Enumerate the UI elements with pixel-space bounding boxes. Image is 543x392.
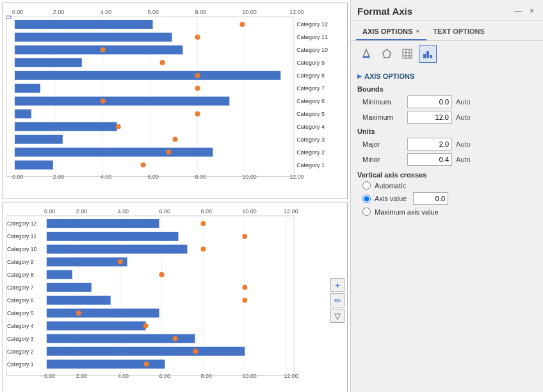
svg-text:Category 8: Category 8: [7, 272, 34, 278]
svg-point-90: [200, 247, 206, 252]
radio-axis-value[interactable]: [362, 195, 371, 203]
maximum-label: Maximum: [362, 113, 407, 121]
svg-text:Category 8: Category 8: [296, 72, 325, 79]
svg-text:0.00: 0.00: [44, 208, 55, 215]
svg-text:Category 2: Category 2: [296, 149, 325, 156]
svg-text:Category 12: Category 12: [7, 220, 36, 227]
pentagon-icon-btn[interactable]: [378, 45, 396, 63]
major-row: Major Auto: [357, 138, 537, 151]
bounds-label: Bounds: [357, 85, 537, 93]
svg-rect-14: [15, 20, 153, 29]
chart2-filter-btn[interactable]: ▽: [330, 309, 344, 323]
svg-point-36: [195, 111, 200, 117]
svg-text:2.00: 2.00: [53, 9, 64, 15]
svg-point-33: [101, 99, 106, 104]
svg-text:Category 10: Category 10: [7, 246, 36, 252]
svg-marker-117: [363, 49, 369, 57]
svg-point-108: [144, 362, 149, 367]
radio-automatic[interactable]: [362, 181, 371, 190]
svg-point-94: [159, 272, 165, 277]
major-auto: Auto: [456, 140, 471, 148]
svg-text:6.00: 6.00: [159, 208, 170, 215]
svg-rect-20: [15, 45, 183, 54]
minimum-input[interactable]: [407, 95, 452, 108]
tab-axis-options[interactable]: AXIS OPTIONS ▼: [356, 25, 426, 40]
radio-max-axis-value[interactable]: [362, 208, 371, 216]
svg-rect-23: [15, 58, 82, 67]
svg-text:0.00: 0.00: [44, 373, 55, 380]
panel-controls: — ×: [512, 5, 537, 17]
radio-max-axis-label: Maximum axis value: [375, 208, 439, 216]
svg-text:10.00: 10.00: [242, 174, 256, 180]
svg-text:4.00: 4.00: [118, 208, 129, 215]
svg-text:Category 7: Category 7: [7, 284, 34, 291]
svg-point-39: [116, 124, 121, 129]
chart2-edit-btn[interactable]: ✏: [330, 293, 344, 307]
bar-chart-icon-btn[interactable]: [419, 45, 437, 63]
svg-point-86: [200, 221, 206, 226]
chart2-container[interactable]: 0.00 2.00 4.00 6.00 8.00 10.00 12.00 Cat…: [3, 202, 348, 392]
svg-text:2.00: 2.00: [53, 174, 64, 180]
svg-text:Category 11: Category 11: [7, 233, 36, 240]
svg-text:6.00: 6.00: [148, 174, 159, 180]
radio-axis-value-row: Axis value: [357, 192, 537, 205]
svg-text:4.00: 4.00: [118, 373, 129, 380]
svg-rect-126: [426, 51, 429, 58]
panel-minimize-btn[interactable]: —: [512, 5, 524, 17]
section-collapse-icon: ▶: [357, 73, 362, 79]
svg-rect-125: [423, 54, 426, 58]
svg-rect-17: [15, 33, 172, 42]
svg-rect-32: [15, 97, 229, 106]
minor-input[interactable]: [407, 153, 452, 166]
svg-rect-95: [47, 283, 92, 292]
svg-point-45: [166, 150, 172, 155]
svg-text:Category 1: Category 1: [296, 162, 325, 168]
fill-icon-btn[interactable]: [357, 45, 375, 63]
svg-text:Category 6: Category 6: [7, 297, 34, 304]
chart2-add-btn[interactable]: +: [330, 278, 344, 292]
svg-text:12.00: 12.00: [289, 174, 304, 180]
svg-text:4.00: 4.00: [101, 9, 111, 15]
svg-point-100: [76, 311, 81, 316]
chart1-container[interactable]: 0.00 2.00 4.00 6.00 8.00 10.00 12.00 Cat…: [3, 3, 348, 199]
vertical-axis-crosses-label: Vertical axis crosses: [357, 171, 537, 179]
svg-text:0.00: 0.00: [12, 174, 23, 180]
minimum-auto: Auto: [456, 98, 471, 106]
maximum-input[interactable]: [407, 111, 452, 124]
format-axis-panel: Format Axis — × AXIS OPTIONS ▼ TEXT OPTI…: [351, 0, 543, 392]
svg-point-88: [242, 234, 247, 239]
svg-text:Category 3: Category 3: [296, 136, 325, 143]
svg-marker-119: [383, 49, 391, 58]
svg-text:12.00: 12.00: [284, 373, 298, 380]
panel-close-btn[interactable]: ×: [527, 5, 537, 17]
svg-text:8.00: 8.00: [200, 208, 211, 215]
minimum-row: Minimum Auto: [357, 95, 537, 108]
svg-text:8.00: 8.00: [200, 373, 211, 380]
svg-text:4.00: 4.00: [101, 174, 111, 180]
major-input[interactable]: [407, 138, 452, 151]
svg-point-42: [173, 137, 178, 142]
axis-value-input[interactable]: [413, 192, 448, 205]
major-label: Major: [362, 140, 407, 148]
radio-axis-value-label: Axis value: [375, 195, 407, 202]
table-icon-btn[interactable]: [398, 45, 416, 63]
maximum-auto: Auto: [456, 113, 471, 121]
svg-rect-91: [47, 257, 127, 266]
svg-text:Category 1: Category 1: [7, 361, 34, 368]
svg-rect-93: [47, 270, 72, 279]
svg-point-48: [141, 163, 146, 168]
svg-text:Category 5: Category 5: [296, 111, 325, 117]
panel-header: Format Axis — ×: [351, 0, 543, 21]
svg-rect-120: [403, 49, 412, 58]
svg-text:10.00: 10.00: [242, 373, 256, 380]
panel-tabs: AXIS OPTIONS ▼ TEXT OPTIONS: [351, 21, 543, 41]
svg-point-24: [160, 60, 165, 65]
tab-text-options[interactable]: TEXT OPTIONS: [426, 25, 491, 40]
svg-point-21: [101, 47, 106, 53]
panel-title: Format Axis: [357, 6, 412, 17]
svg-text:Category 9: Category 9: [7, 259, 34, 265]
svg-rect-44: [15, 148, 213, 157]
svg-text:12.00: 12.00: [289, 9, 304, 15]
axis-options-section-header[interactable]: ▶ AXIS OPTIONS: [357, 72, 537, 80]
svg-rect-105: [47, 347, 245, 356]
